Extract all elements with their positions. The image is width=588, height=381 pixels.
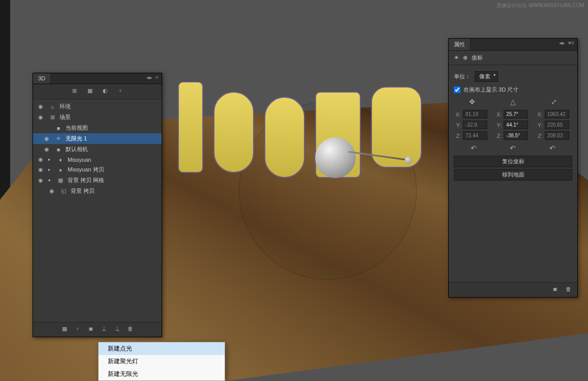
3d-scene-tree: ◉ ☼ 环境 ◉ ⊞ 场景 ■ 当前视图 ◉ ☀ 无限光 1 ◉ ■: [33, 99, 162, 198]
visibility-icon[interactable]: ◉: [36, 156, 45, 163]
coords-label: 坐标: [472, 54, 483, 62]
move-to-ground-button[interactable]: 移到地面: [454, 169, 572, 181]
item-label: 无限光 1: [66, 135, 87, 142]
show-3d-size-row: 在画布上显示 3D 尺寸: [454, 84, 572, 96]
rotation-z-input[interactable]: [504, 131, 528, 140]
rotate-icon: △: [494, 96, 531, 108]
3d-panel[interactable]: 3D ◂▸ × ⊞ ▦ ◐ ♀ ◉ ☼ 环境 ◉ ⊞ 场景: [33, 73, 162, 337]
scene-item-default-camera[interactable]: ◉ ■ 默认相机: [33, 144, 162, 155]
panel-controls: ◂▸ ×: [143, 73, 162, 83]
unit-select[interactable]: 像素: [475, 71, 498, 82]
properties-content: 单位： 像素 在画布上显示 3D 尺寸 ✥ X: Y: Z: △ X: Y: Z: [449, 65, 577, 186]
scene-item-current-view[interactable]: ■ 当前视图: [33, 123, 162, 133]
close-icon[interactable]: ×: [156, 74, 159, 82]
scale-y-input[interactable]: [545, 121, 569, 129]
reset-position-icon[interactable]: ↶: [471, 144, 477, 152]
reset-rotation-icon[interactable]: ↶: [510, 144, 516, 152]
coordinate-grid: ✥ X: Y: Z: △ X: Y: Z: ⤢ X: Y: Z:: [454, 96, 572, 142]
item-label: 场景: [59, 113, 71, 121]
scene-item-bg-mesh[interactable]: ◉ ▾ ▦ 背景 拷贝 网格: [33, 175, 162, 186]
visibility-icon[interactable]: ◉: [36, 177, 45, 184]
menu-new-spot-light[interactable]: 新建聚光灯: [99, 355, 225, 368]
new-camera-icon[interactable]: ◙: [87, 326, 95, 334]
panel-tab-strip: 属性 ◂▸ ▾≡: [449, 39, 577, 51]
filter-mesh-icon[interactable]: ▦: [86, 87, 94, 96]
menu-new-point-light[interactable]: 新建点光: [99, 342, 225, 355]
item-label: 背景 拷贝: [71, 187, 95, 195]
position-z-input[interactable]: [463, 131, 487, 140]
scene-item-bg-copy[interactable]: ◉ ◱ 背景 拷贝: [33, 186, 162, 196]
position-y-input[interactable]: [463, 121, 487, 129]
new-light-icon[interactable]: ♀: [74, 326, 82, 334]
3d-text-missyuan: [173, 61, 478, 214]
duplicate-icon[interactable]: ⊥̣: [113, 326, 121, 334]
visibility-icon[interactable]: ◉: [36, 166, 45, 173]
show-3d-size-checkbox[interactable]: [454, 86, 460, 93]
visibility-icon[interactable]: ◉: [42, 146, 51, 153]
material-icon: ◱: [59, 188, 68, 194]
scene-item-environment[interactable]: ◉ ☼ 环境: [33, 101, 162, 112]
filter-light-icon[interactable]: ♀: [116, 87, 125, 96]
filter-material-icon[interactable]: ◐: [101, 87, 109, 96]
scene-item-missyuan-copy[interactable]: ◉ ▸ ♦ Missyuan 拷贝: [33, 164, 162, 175]
filter-scene-icon[interactable]: ⊞: [71, 87, 79, 96]
light-icon: ☀: [54, 135, 63, 142]
visibility-icon[interactable]: ◉: [47, 188, 56, 194]
scale-icon: ⤢: [536, 96, 572, 108]
panel-controls: ◂▸ ▾≡: [556, 39, 577, 50]
reset-coords-button[interactable]: 复位坐标: [454, 156, 572, 167]
delete-icon[interactable]: 🗑: [564, 286, 572, 294]
3d-panel-footer: ▦ ♀ ◙ ⊥ ⊥̣ 🗑: [33, 322, 162, 337]
workspace: 思缘设计论坛 WWW.MISSYUAN.COM 3D ◂▸ × ⊞ ▦ ◐ ♀ …: [0, 0, 588, 381]
item-label: 背景 拷贝 网格: [68, 177, 104, 184]
position-x-input[interactable]: [463, 110, 487, 119]
rotation-y-input[interactable]: [504, 121, 528, 129]
item-label: 环境: [59, 103, 71, 110]
scene-item-missyuan[interactable]: ◉ ▸ ♦ Missyuan: [33, 155, 162, 164]
properties-panel[interactable]: 属性 ◂▸ ▾≡ ☀ ⊕ 坐标 单位： 像素 在画布上显示 3D 尺寸 ✥: [448, 38, 578, 298]
expand-icon[interactable]: ▸: [48, 167, 53, 172]
unit-row: 单位： 像素: [454, 69, 572, 84]
move-icon: ✥: [454, 96, 490, 108]
item-label: 当前视图: [66, 124, 88, 132]
item-label: 默认相机: [66, 145, 88, 153]
item-label: Missyuan 拷贝: [68, 166, 104, 173]
add-to-scene-icon[interactable]: ⊥: [100, 326, 108, 334]
render-icon[interactable]: ◙: [551, 286, 559, 294]
mesh-icon: ▦: [56, 177, 65, 184]
camera-icon: ■: [54, 125, 63, 131]
scene-item-scene[interactable]: ◉ ⊞ 场景: [33, 112, 162, 123]
collapse-icon[interactable]: ▾: [48, 178, 53, 183]
render-settings-icon[interactable]: ▦: [60, 326, 69, 334]
collapse-icon[interactable]: ◂▸: [146, 74, 152, 82]
panel-tab-strip: 3D ◂▸ ×: [33, 73, 162, 84]
expand-icon[interactable]: ▸: [48, 157, 53, 162]
visibility-icon[interactable]: ◉: [36, 114, 45, 121]
tab-properties[interactable]: 属性: [449, 39, 471, 50]
scene-icon: ⊞: [48, 114, 56, 121]
reset-row: ↶ ↶ ↶: [454, 142, 572, 154]
menu-new-infinite-light[interactable]: 新建无限光: [99, 368, 225, 380]
3d-filter-toolbar: ⊞ ▦ ◐ ♀: [33, 84, 162, 99]
rotation-x-input[interactable]: [504, 110, 528, 119]
light-context-menu[interactable]: 新建点光 新建聚光灯 新建无限光: [98, 342, 225, 381]
delete-icon[interactable]: 🗑: [127, 326, 135, 334]
tab-3d[interactable]: 3D: [33, 73, 51, 83]
properties-mode-row: ☀ ⊕ 坐标: [449, 51, 577, 65]
coords-mode-icon[interactable]: ⊕: [463, 54, 468, 61]
properties-footer: ◙ 🗑: [449, 282, 577, 297]
mesh-icon: ♦: [56, 157, 65, 163]
camera-icon: ■: [54, 146, 63, 153]
collapse-icon[interactable]: ◂▸: [559, 40, 565, 49]
light-gizmo-sphere[interactable]: [315, 137, 356, 178]
environment-icon: ☼: [48, 104, 56, 110]
scale-z-input[interactable]: [545, 131, 569, 140]
mesh-icon: ♦: [56, 167, 65, 173]
visibility-icon[interactable]: ◉: [42, 135, 51, 142]
scene-item-infinite-light[interactable]: ◉ ☀ 无限光 1: [33, 133, 162, 144]
light-mode-icon[interactable]: ☀: [454, 54, 459, 61]
visibility-icon[interactable]: ◉: [36, 103, 45, 110]
reset-scale-icon[interactable]: ↶: [549, 144, 555, 152]
scale-x-input[interactable]: [545, 110, 569, 119]
menu-icon[interactable]: ▾≡: [568, 40, 574, 49]
